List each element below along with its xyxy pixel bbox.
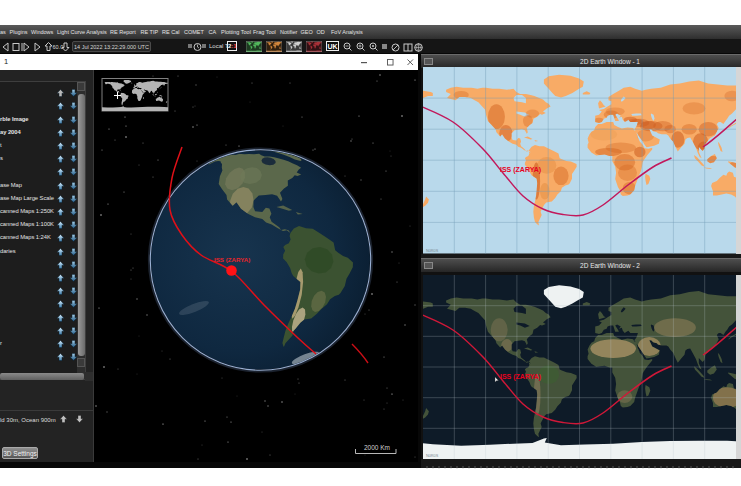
svg-text:ISS (ZARYA): ISS (ZARYA)	[214, 256, 250, 263]
svg-text:N0R0S: N0R0S	[426, 454, 439, 458]
svg-text:ISS (ZARYA): ISS (ZARYA)	[500, 373, 541, 381]
svg-text:2000 Km: 2000 Km	[364, 444, 390, 451]
svg-text:ISS (ZARYA): ISS (ZARYA)	[500, 166, 541, 174]
svg-text:N0R0S: N0R0S	[426, 249, 439, 253]
